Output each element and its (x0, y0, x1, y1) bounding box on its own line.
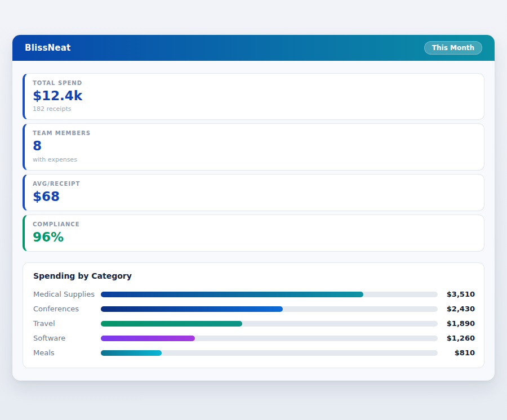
app-header: BlissNeat This Month (12, 35, 495, 61)
stat-label: COMPLIANCE (33, 221, 474, 227)
chart-row-medical-supplies: Medical Supplies $3,510 (33, 290, 475, 298)
dashboard-content: TOTAL SPEND $12.4k 182 receipts TEAM MEM… (12, 61, 495, 381)
category-label: Software (33, 334, 96, 342)
bar-track (101, 292, 438, 297)
chart-rows: Medical Supplies $3,510 Conferences $2,4… (33, 290, 475, 357)
category-value: $810 (442, 348, 475, 357)
bar-track (101, 350, 438, 356)
stat-label: TEAM MEMBERS (33, 130, 474, 136)
stat-subtext: with expenses (33, 156, 474, 163)
bar-fill (101, 292, 363, 297)
stat-value: $68 (33, 190, 474, 204)
stat-card-compliance: COMPLIANCE 96% (23, 215, 484, 252)
category-value: $2,430 (442, 305, 475, 313)
spending-by-category-card: Spending by Category Medical Supplies $3… (23, 262, 484, 368)
bar-track (101, 336, 438, 341)
stat-label: TOTAL SPEND (33, 80, 474, 86)
stat-card-avg-receipt: AVG/RECEIPT $68 (23, 174, 484, 211)
category-label: Medical Supplies (33, 290, 96, 298)
app-title: BlissNeat (25, 43, 70, 53)
stat-value: 96% (33, 230, 474, 244)
chart-row-software: Software $1,260 (33, 334, 475, 342)
category-value: $1,260 (442, 334, 475, 342)
stat-value: 8 (33, 139, 474, 153)
stat-card-team-members: TEAM MEMBERS 8 with expenses (23, 123, 484, 170)
bar-fill (101, 336, 195, 341)
category-value: $1,890 (442, 319, 475, 328)
chart-row-travel: Travel $1,890 (33, 319, 475, 328)
stat-value: $12.4k (33, 89, 474, 103)
period-badge[interactable]: This Month (424, 41, 482, 55)
bar-fill (101, 306, 283, 312)
bar-track (101, 306, 438, 312)
stat-card-total-spend: TOTAL SPEND $12.4k 182 receipts (23, 73, 484, 120)
stat-subtext: 182 receipts (33, 105, 474, 113)
chart-row-meals: Meals $810 (33, 348, 475, 357)
stat-label: AVG/RECEIPT (33, 181, 474, 187)
category-label: Meals (33, 348, 96, 357)
bar-fill (101, 350, 162, 356)
chart-row-conferences: Conferences $2,430 (33, 305, 475, 313)
category-label: Travel (33, 319, 96, 328)
bar-fill (101, 321, 242, 327)
bar-track (101, 321, 438, 327)
chart-title: Spending by Category (33, 271, 475, 280)
dashboard-card: BlissNeat This Month TOTAL SPEND $12.4k … (12, 35, 495, 381)
category-label: Conferences (33, 305, 96, 313)
category-value: $3,510 (442, 290, 475, 298)
